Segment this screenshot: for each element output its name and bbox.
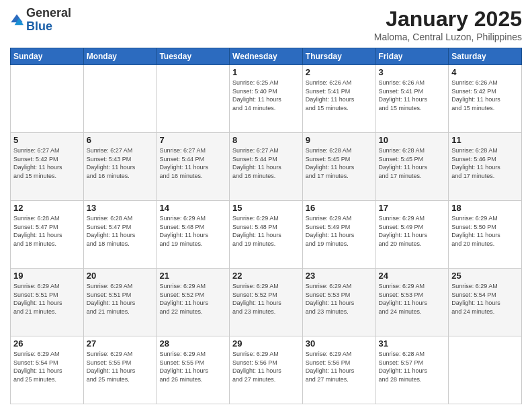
- calendar-cell: 7Sunrise: 6:27 AMSunset: 5:44 PMDaylight…: [157, 133, 230, 201]
- day-info: Sunrise: 6:29 AMSunset: 5:51 PMDaylight:…: [13, 282, 81, 316]
- day-header-monday: Monday: [83, 48, 157, 65]
- day-info: Sunrise: 6:27 AMSunset: 5:44 PMDaylight:…: [232, 146, 300, 180]
- day-header-wednesday: Wednesday: [230, 48, 303, 65]
- week-row-5: 26Sunrise: 6:29 AMSunset: 5:54 PMDayligh…: [11, 336, 522, 404]
- day-info: Sunrise: 6:29 AMSunset: 5:56 PMDaylight:…: [232, 350, 300, 383]
- calendar-cell: 19Sunrise: 6:29 AMSunset: 5:51 PMDayligh…: [11, 269, 84, 336]
- calendar: SundayMondayTuesdayWednesdayThursdayFrid…: [10, 48, 522, 404]
- day-info: Sunrise: 6:29 AMSunset: 5:52 PMDaylight:…: [159, 282, 226, 316]
- calendar-cell: 22Sunrise: 6:29 AMSunset: 5:52 PMDayligh…: [230, 269, 303, 336]
- calendar-cell: 16Sunrise: 6:29 AMSunset: 5:49 PMDayligh…: [302, 201, 375, 269]
- location: Maloma, Central Luzon, Philippines: [374, 32, 522, 42]
- day-number: 15: [232, 203, 300, 213]
- day-info: Sunrise: 6:29 AMSunset: 5:53 PMDaylight:…: [306, 282, 373, 316]
- day-number: 20: [87, 271, 154, 281]
- day-info: Sunrise: 6:29 AMSunset: 5:54 PMDaylight:…: [13, 350, 81, 383]
- day-header-row: SundayMondayTuesdayWednesdayThursdayFrid…: [11, 48, 522, 65]
- day-header-thursday: Thursday: [302, 48, 375, 65]
- calendar-cell: 6Sunrise: 6:27 AMSunset: 5:43 PMDaylight…: [83, 133, 157, 201]
- day-number: 18: [451, 203, 519, 213]
- title-block: January 2025 Maloma, Central Luzon, Phil…: [374, 7, 522, 42]
- day-number: 1: [232, 67, 300, 77]
- calendar-cell: [83, 65, 157, 133]
- calendar-cell: 14Sunrise: 6:29 AMSunset: 5:48 PMDayligh…: [157, 201, 230, 269]
- calendar-cell: 1Sunrise: 6:25 AMSunset: 5:40 PMDaylight…: [230, 65, 303, 133]
- day-info: Sunrise: 6:29 AMSunset: 5:53 PMDaylight:…: [379, 282, 446, 316]
- calendar-cell: 4Sunrise: 6:26 AMSunset: 5:42 PMDaylight…: [449, 65, 522, 133]
- day-number: 23: [306, 271, 373, 281]
- calendar-cell: 28Sunrise: 6:29 AMSunset: 5:55 PMDayligh…: [157, 336, 230, 404]
- day-number: 4: [451, 67, 519, 77]
- day-info: Sunrise: 6:29 AMSunset: 5:55 PMDaylight:…: [87, 350, 154, 383]
- calendar-cell: [157, 65, 230, 133]
- day-header-friday: Friday: [375, 48, 449, 65]
- day-number: 11: [451, 135, 519, 145]
- day-info: Sunrise: 6:29 AMSunset: 5:52 PMDaylight:…: [232, 282, 300, 316]
- calendar-cell: 15Sunrise: 6:29 AMSunset: 5:48 PMDayligh…: [230, 201, 303, 269]
- day-number: 10: [379, 135, 446, 145]
- day-info: Sunrise: 6:26 AMSunset: 5:42 PMDaylight:…: [451, 79, 519, 112]
- day-number: 6: [87, 135, 154, 145]
- logo-blue: Blue: [26, 19, 52, 33]
- day-info: Sunrise: 6:27 AMSunset: 5:44 PMDaylight:…: [159, 146, 226, 180]
- calendar-cell: [11, 65, 84, 133]
- day-info: Sunrise: 6:29 AMSunset: 5:48 PMDaylight:…: [232, 214, 300, 248]
- day-header-tuesday: Tuesday: [157, 48, 230, 65]
- calendar-cell: 27Sunrise: 6:29 AMSunset: 5:55 PMDayligh…: [83, 336, 157, 404]
- day-info: Sunrise: 6:28 AMSunset: 5:47 PMDaylight:…: [13, 214, 81, 248]
- day-info: Sunrise: 6:28 AMSunset: 5:45 PMDaylight:…: [379, 146, 446, 180]
- day-number: 31: [379, 338, 446, 349]
- calendar-cell: 8Sunrise: 6:27 AMSunset: 5:44 PMDaylight…: [230, 133, 303, 201]
- day-info: Sunrise: 6:28 AMSunset: 5:45 PMDaylight:…: [306, 146, 373, 180]
- day-info: Sunrise: 6:29 AMSunset: 5:49 PMDaylight:…: [379, 214, 446, 248]
- day-info: Sunrise: 6:28 AMSunset: 5:57 PMDaylight:…: [379, 350, 446, 383]
- day-info: Sunrise: 6:29 AMSunset: 5:51 PMDaylight:…: [87, 282, 154, 316]
- day-number: 28: [159, 338, 226, 349]
- day-info: Sunrise: 6:27 AMSunset: 5:42 PMDaylight:…: [13, 146, 81, 180]
- day-number: 19: [13, 271, 81, 281]
- day-header-saturday: Saturday: [449, 48, 522, 65]
- day-info: Sunrise: 6:28 AMSunset: 5:47 PMDaylight:…: [87, 214, 154, 248]
- calendar-cell: [449, 336, 522, 404]
- calendar-cell: 17Sunrise: 6:29 AMSunset: 5:49 PMDayligh…: [375, 201, 449, 269]
- day-number: 21: [159, 271, 226, 281]
- calendar-cell: 21Sunrise: 6:29 AMSunset: 5:52 PMDayligh…: [157, 269, 230, 336]
- day-number: 5: [13, 135, 81, 145]
- logo-icon: [10, 13, 24, 27]
- calendar-cell: 31Sunrise: 6:28 AMSunset: 5:57 PMDayligh…: [375, 336, 449, 404]
- day-info: Sunrise: 6:29 AMSunset: 5:50 PMDaylight:…: [451, 214, 519, 248]
- week-row-3: 12Sunrise: 6:28 AMSunset: 5:47 PMDayligh…: [11, 201, 522, 269]
- calendar-cell: 3Sunrise: 6:26 AMSunset: 5:41 PMDaylight…: [375, 65, 449, 133]
- calendar-cell: 10Sunrise: 6:28 AMSunset: 5:45 PMDayligh…: [375, 133, 449, 201]
- day-number: 29: [232, 338, 300, 349]
- logo-general: General: [26, 6, 71, 19]
- header: General Blue January 2025 Maloma, Centra…: [10, 7, 522, 42]
- day-number: 16: [306, 203, 373, 213]
- day-info: Sunrise: 6:25 AMSunset: 5:40 PMDaylight:…: [232, 79, 300, 112]
- calendar-cell: 25Sunrise: 6:29 AMSunset: 5:54 PMDayligh…: [449, 269, 522, 336]
- day-number: 24: [379, 271, 446, 281]
- calendar-cell: 23Sunrise: 6:29 AMSunset: 5:53 PMDayligh…: [302, 269, 375, 336]
- logo-text: General Blue: [26, 7, 71, 34]
- day-info: Sunrise: 6:27 AMSunset: 5:43 PMDaylight:…: [87, 146, 154, 180]
- day-header-sunday: Sunday: [11, 48, 84, 65]
- calendar-cell: 26Sunrise: 6:29 AMSunset: 5:54 PMDayligh…: [11, 336, 84, 404]
- calendar-cell: 11Sunrise: 6:28 AMSunset: 5:46 PMDayligh…: [449, 133, 522, 201]
- day-number: 25: [451, 271, 519, 281]
- day-info: Sunrise: 6:29 AMSunset: 5:54 PMDaylight:…: [451, 282, 519, 316]
- page: General Blue January 2025 Maloma, Centra…: [0, 0, 532, 411]
- calendar-header: SundayMondayTuesdayWednesdayThursdayFrid…: [11, 48, 522, 65]
- calendar-cell: 5Sunrise: 6:27 AMSunset: 5:42 PMDaylight…: [11, 133, 84, 201]
- calendar-cell: 12Sunrise: 6:28 AMSunset: 5:47 PMDayligh…: [11, 201, 84, 269]
- day-number: 30: [306, 338, 373, 349]
- calendar-body: 1Sunrise: 6:25 AMSunset: 5:40 PMDaylight…: [11, 65, 522, 404]
- calendar-cell: 9Sunrise: 6:28 AMSunset: 5:45 PMDaylight…: [302, 133, 375, 201]
- calendar-cell: 24Sunrise: 6:29 AMSunset: 5:53 PMDayligh…: [375, 269, 449, 336]
- day-info: Sunrise: 6:29 AMSunset: 5:56 PMDaylight:…: [306, 350, 373, 383]
- week-row-4: 19Sunrise: 6:29 AMSunset: 5:51 PMDayligh…: [11, 269, 522, 336]
- day-info: Sunrise: 6:28 AMSunset: 5:46 PMDaylight:…: [451, 146, 519, 180]
- day-number: 12: [13, 203, 81, 213]
- month-title: January 2025: [374, 7, 522, 32]
- logo: General Blue: [10, 7, 71, 34]
- day-info: Sunrise: 6:26 AMSunset: 5:41 PMDaylight:…: [379, 79, 446, 112]
